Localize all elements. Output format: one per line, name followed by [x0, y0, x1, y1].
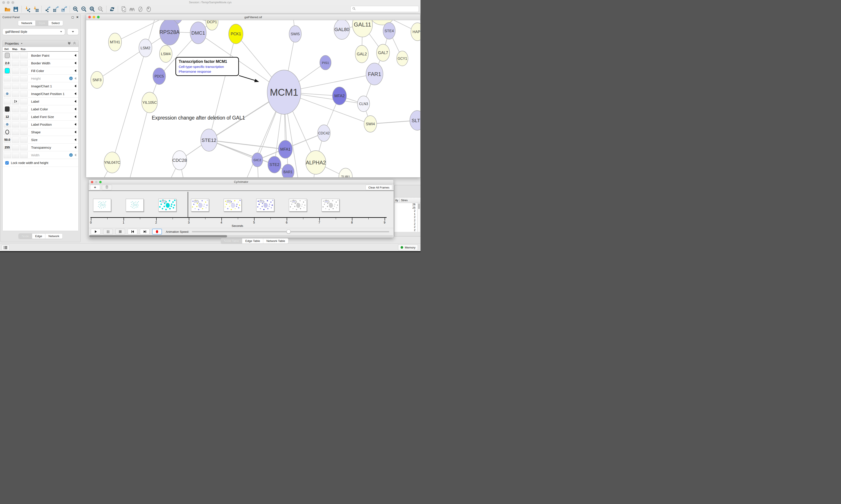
table-rows[interactable]: 26252122222 [394, 203, 417, 232]
node-YIL105C[interactable]: YIL105C [142, 92, 158, 113]
table-cell[interactable]: 2 [394, 225, 417, 229]
export-image-icon[interactable] [60, 6, 68, 13]
memory-button[interactable]: Memory [398, 245, 418, 250]
info-icon[interactable]: i [69, 77, 73, 80]
export-network-icon[interactable] [44, 6, 51, 13]
import-network-icon[interactable] [24, 6, 31, 13]
node-SWI5[interactable]: SWI5 [289, 25, 301, 42]
table-scrollbar[interactable] [417, 203, 420, 232]
node-CDC42[interactable]: CDC42 [318, 125, 330, 141]
tab-style[interactable]: Style [35, 21, 48, 25]
property-row-border-paint[interactable]: Border Paint [3, 52, 78, 59]
node-GIC2[interactable]: GIC2 [252, 153, 263, 167]
node-MFA2[interactable]: MFA2 [333, 87, 346, 105]
node-GAL7[interactable]: GAL7 [376, 44, 390, 61]
tab-edge[interactable]: Edge [32, 234, 46, 239]
node-ALPHA2[interactable]: ALPHA2 [306, 151, 326, 174]
property-row-size[interactable]: 50.0Size [3, 136, 78, 144]
open-folder-icon[interactable] [4, 6, 11, 13]
slider-thumb-icon[interactable] [286, 230, 291, 234]
annotation-link[interactable]: Pheromone response [179, 70, 236, 74]
property-row-label-font-size[interactable]: 12Label Font Size [3, 113, 78, 121]
properties-menu-icon[interactable] [21, 43, 22, 44]
node-STE4[interactable]: STE4 [383, 22, 395, 39]
node-DCP1[interactable]: DCP1 [206, 20, 218, 30]
skip-start-button[interactable] [128, 229, 137, 234]
info-icon[interactable]: i [69, 153, 73, 157]
node-SWI4[interactable]: SWI4 [364, 115, 377, 132]
node-STE2[interactable]: STE2 [268, 156, 281, 173]
node-YNL047C[interactable]: YNL047C [104, 152, 120, 173]
node-GAL2[interactable]: GAL2 [355, 45, 369, 63]
export-table-icon[interactable] [52, 6, 59, 13]
hide-selected-icon[interactable] [137, 6, 144, 13]
property-row-fill-color[interactable]: Fill Color [3, 67, 78, 75]
frame-thumbnail-0[interactable] [93, 199, 111, 212]
node-SNF3[interactable]: SNF3 [91, 71, 103, 88]
style-selector[interactable]: galFiltered Style [2, 29, 65, 35]
close-panel-icon[interactable]: ✕ [76, 16, 78, 19]
save-icon[interactable] [12, 6, 19, 13]
node-GAL80[interactable]: GAL80 [334, 20, 350, 39]
node-LSM4[interactable]: LSM4 [159, 45, 172, 62]
property-row-image-chart-1[interactable]: Image/Chart 1 [3, 82, 78, 90]
node-PCK1[interactable]: PCK1 [229, 24, 243, 44]
frame-thumbnail-6[interactable] [289, 199, 307, 212]
import-table-icon[interactable] [32, 6, 39, 13]
property-row-border-width[interactable]: 2.0Border Width [3, 59, 78, 67]
expand-property-icon[interactable] [74, 92, 76, 95]
toggle-panels-button[interactable] [1, 245, 10, 250]
property-row-shape[interactable]: Shape [3, 128, 78, 136]
node-MCM1[interactable]: MCM1 [267, 70, 301, 114]
property-row-width[interactable]: Widthi [3, 151, 78, 159]
table-column-header[interactable]: Stres [401, 199, 408, 202]
node-TUB1[interactable]: TUB1 [339, 168, 352, 177]
frame-thumbnail-7[interactable] [322, 199, 339, 212]
timeline-playhead[interactable] [188, 192, 188, 217]
node-STE12[interactable]: STE12 [201, 129, 217, 151]
node-MFA1[interactable]: MFA1 [279, 140, 292, 158]
edge-YIL105C-vBY[interactable] [125, 103, 149, 177]
expand-property-icon[interactable] [74, 154, 76, 156]
node-GCY1[interactable]: GCY1 [397, 51, 408, 66]
record-button[interactable] [152, 229, 162, 234]
search-input[interactable] [356, 7, 417, 11]
frame-thumbnail-4[interactable] [223, 199, 241, 212]
property-row-label-color[interactable]: Label Color [3, 105, 78, 113]
table-column-header[interactable]: ity [394, 199, 398, 202]
stop-button[interactable] [115, 229, 125, 234]
node-CLN3[interactable]: CLN3 [357, 96, 370, 112]
cyanimator-hscrollbar[interactable] [89, 235, 393, 237]
animation-timeline[interactable]: Seconds 0123456789 [89, 191, 394, 228]
table-cell[interactable]: 25 [394, 206, 417, 210]
table-cell[interactable]: 2 [394, 209, 417, 213]
expand-property-icon[interactable] [74, 77, 76, 80]
node-PIS1[interactable]: PIS1 [320, 55, 331, 70]
collapse-all-icon[interactable] [73, 41, 76, 46]
checkbox-checked-icon[interactable]: ✓ [5, 161, 9, 165]
clear-all-frames-button[interactable]: Clear All Frames [365, 185, 392, 190]
property-row-image-chart-position-1[interactable]: Image/Chart Position 1 [3, 90, 78, 98]
expand-property-icon[interactable] [74, 62, 76, 65]
first-neighbors-icon[interactable] [128, 6, 136, 13]
frame-thumbnail-2[interactable] [158, 199, 176, 212]
node-RPS28A[interactable]: RPS28A [159, 20, 180, 45]
node-PDC5[interactable]: PDC5 [153, 68, 165, 85]
network-from-selection-icon[interactable] [120, 6, 127, 13]
node-SLT2[interactable]: SLT2 [410, 111, 420, 130]
network-window-titlebar[interactable]: galFiltered.sif [86, 14, 420, 20]
table-cell[interactable]: 2 [394, 222, 417, 226]
skip-end-button[interactable] [140, 229, 149, 234]
table-cell[interactable]: 26 [394, 203, 417, 206]
table-cell[interactable]: 2 [394, 229, 417, 232]
expand-property-icon[interactable] [74, 54, 76, 57]
add-frame-button[interactable]: + [90, 185, 100, 190]
play-button[interactable] [91, 229, 101, 234]
expand-property-icon[interactable] [74, 138, 76, 141]
style-options-button[interactable] [67, 29, 78, 35]
tab-network[interactable]: Network [45, 234, 62, 239]
expand-property-icon[interactable] [74, 108, 76, 110]
lock-node-size-row[interactable]: ✓ Lock node width and height [3, 159, 78, 167]
table-cell[interactable]: 1 [394, 213, 417, 216]
refresh-layout-icon[interactable] [109, 6, 115, 13]
